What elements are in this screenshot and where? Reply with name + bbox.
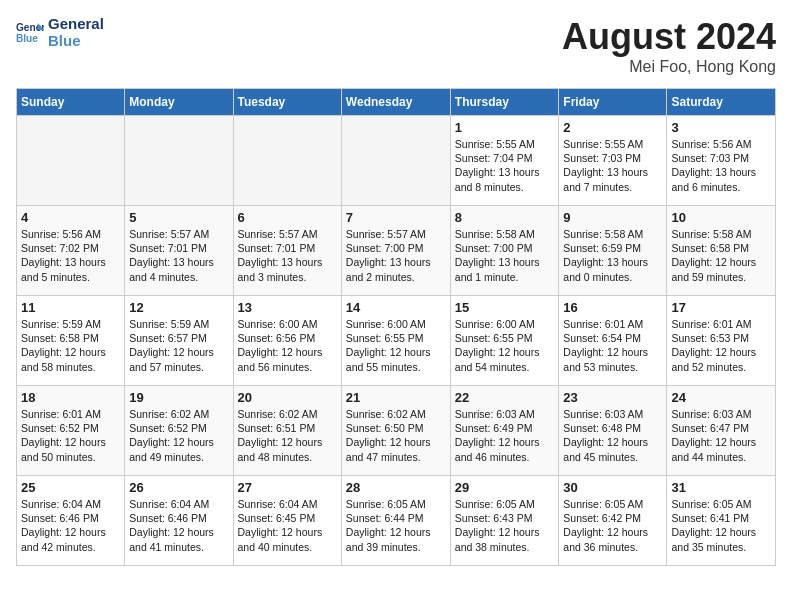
day-number: 26 xyxy=(129,480,228,495)
calendar-cell xyxy=(233,116,341,206)
logo-line2: Blue xyxy=(48,33,104,50)
calendar-cell: 28Sunrise: 6:05 AM Sunset: 6:44 PM Dayli… xyxy=(341,476,450,566)
day-info: Sunrise: 6:03 AM Sunset: 6:48 PM Dayligh… xyxy=(563,407,662,464)
calendar-cell: 12Sunrise: 5:59 AM Sunset: 6:57 PM Dayli… xyxy=(125,296,233,386)
calendar-cell: 6Sunrise: 5:57 AM Sunset: 7:01 PM Daylig… xyxy=(233,206,341,296)
day-info: Sunrise: 6:00 AM Sunset: 6:56 PM Dayligh… xyxy=(238,317,337,374)
header-thursday: Thursday xyxy=(450,89,559,116)
calendar-cell xyxy=(17,116,125,206)
header-friday: Friday xyxy=(559,89,667,116)
day-number: 1 xyxy=(455,120,555,135)
header-saturday: Saturday xyxy=(667,89,776,116)
calendar-cell: 26Sunrise: 6:04 AM Sunset: 6:46 PM Dayli… xyxy=(125,476,233,566)
calendar-cell: 16Sunrise: 6:01 AM Sunset: 6:54 PM Dayli… xyxy=(559,296,667,386)
day-number: 15 xyxy=(455,300,555,315)
week-row-2: 4Sunrise: 5:56 AM Sunset: 7:02 PM Daylig… xyxy=(17,206,776,296)
day-number: 4 xyxy=(21,210,120,225)
day-number: 29 xyxy=(455,480,555,495)
calendar-cell: 11Sunrise: 5:59 AM Sunset: 6:58 PM Dayli… xyxy=(17,296,125,386)
day-number: 19 xyxy=(129,390,228,405)
day-info: Sunrise: 5:55 AM Sunset: 7:03 PM Dayligh… xyxy=(563,137,662,194)
day-number: 16 xyxy=(563,300,662,315)
day-number: 12 xyxy=(129,300,228,315)
day-info: Sunrise: 6:05 AM Sunset: 6:43 PM Dayligh… xyxy=(455,497,555,554)
day-number: 23 xyxy=(563,390,662,405)
day-info: Sunrise: 6:01 AM Sunset: 6:52 PM Dayligh… xyxy=(21,407,120,464)
day-number: 10 xyxy=(671,210,771,225)
calendar-cell: 15Sunrise: 6:00 AM Sunset: 6:55 PM Dayli… xyxy=(450,296,559,386)
logo-icon: General Blue xyxy=(16,19,44,47)
header: General Blue General Blue August 2024 Me… xyxy=(16,16,776,76)
calendar-cell: 30Sunrise: 6:05 AM Sunset: 6:42 PM Dayli… xyxy=(559,476,667,566)
day-info: Sunrise: 6:05 AM Sunset: 6:41 PM Dayligh… xyxy=(671,497,771,554)
calendar-cell: 27Sunrise: 6:04 AM Sunset: 6:45 PM Dayli… xyxy=(233,476,341,566)
day-info: Sunrise: 5:57 AM Sunset: 7:01 PM Dayligh… xyxy=(238,227,337,284)
calendar-cell: 20Sunrise: 6:02 AM Sunset: 6:51 PM Dayli… xyxy=(233,386,341,476)
header-monday: Monday xyxy=(125,89,233,116)
day-info: Sunrise: 6:01 AM Sunset: 6:53 PM Dayligh… xyxy=(671,317,771,374)
day-number: 2 xyxy=(563,120,662,135)
day-info: Sunrise: 5:59 AM Sunset: 6:58 PM Dayligh… xyxy=(21,317,120,374)
day-number: 25 xyxy=(21,480,120,495)
calendar-cell: 14Sunrise: 6:00 AM Sunset: 6:55 PM Dayli… xyxy=(341,296,450,386)
calendar-cell: 22Sunrise: 6:03 AM Sunset: 6:49 PM Dayli… xyxy=(450,386,559,476)
calendar-header-row: SundayMondayTuesdayWednesdayThursdayFrid… xyxy=(17,89,776,116)
calendar-cell: 21Sunrise: 6:02 AM Sunset: 6:50 PM Dayli… xyxy=(341,386,450,476)
logo: General Blue General Blue xyxy=(16,16,104,49)
day-number: 18 xyxy=(21,390,120,405)
day-info: Sunrise: 5:57 AM Sunset: 7:00 PM Dayligh… xyxy=(346,227,446,284)
calendar-cell: 1Sunrise: 5:55 AM Sunset: 7:04 PM Daylig… xyxy=(450,116,559,206)
header-sunday: Sunday xyxy=(17,89,125,116)
day-number: 31 xyxy=(671,480,771,495)
day-info: Sunrise: 5:57 AM Sunset: 7:01 PM Dayligh… xyxy=(129,227,228,284)
day-number: 7 xyxy=(346,210,446,225)
header-tuesday: Tuesday xyxy=(233,89,341,116)
day-info: Sunrise: 6:01 AM Sunset: 6:54 PM Dayligh… xyxy=(563,317,662,374)
day-info: Sunrise: 5:56 AM Sunset: 7:03 PM Dayligh… xyxy=(671,137,771,194)
day-number: 27 xyxy=(238,480,337,495)
day-info: Sunrise: 5:58 AM Sunset: 7:00 PM Dayligh… xyxy=(455,227,555,284)
calendar-cell: 31Sunrise: 6:05 AM Sunset: 6:41 PM Dayli… xyxy=(667,476,776,566)
day-info: Sunrise: 6:05 AM Sunset: 6:42 PM Dayligh… xyxy=(563,497,662,554)
day-number: 5 xyxy=(129,210,228,225)
calendar-cell: 25Sunrise: 6:04 AM Sunset: 6:46 PM Dayli… xyxy=(17,476,125,566)
calendar-cell: 5Sunrise: 5:57 AM Sunset: 7:01 PM Daylig… xyxy=(125,206,233,296)
calendar-cell: 29Sunrise: 6:05 AM Sunset: 6:43 PM Dayli… xyxy=(450,476,559,566)
day-info: Sunrise: 6:00 AM Sunset: 6:55 PM Dayligh… xyxy=(455,317,555,374)
week-row-3: 11Sunrise: 5:59 AM Sunset: 6:58 PM Dayli… xyxy=(17,296,776,386)
day-info: Sunrise: 6:04 AM Sunset: 6:46 PM Dayligh… xyxy=(21,497,120,554)
header-wednesday: Wednesday xyxy=(341,89,450,116)
day-info: Sunrise: 5:58 AM Sunset: 6:58 PM Dayligh… xyxy=(671,227,771,284)
calendar-cell: 24Sunrise: 6:03 AM Sunset: 6:47 PM Dayli… xyxy=(667,386,776,476)
day-info: Sunrise: 6:03 AM Sunset: 6:49 PM Dayligh… xyxy=(455,407,555,464)
calendar-cell: 7Sunrise: 5:57 AM Sunset: 7:00 PM Daylig… xyxy=(341,206,450,296)
day-number: 14 xyxy=(346,300,446,315)
day-number: 3 xyxy=(671,120,771,135)
calendar-cell: 18Sunrise: 6:01 AM Sunset: 6:52 PM Dayli… xyxy=(17,386,125,476)
calendar-cell: 23Sunrise: 6:03 AM Sunset: 6:48 PM Dayli… xyxy=(559,386,667,476)
calendar-table: SundayMondayTuesdayWednesdayThursdayFrid… xyxy=(16,88,776,566)
day-info: Sunrise: 5:56 AM Sunset: 7:02 PM Dayligh… xyxy=(21,227,120,284)
day-info: Sunrise: 5:55 AM Sunset: 7:04 PM Dayligh… xyxy=(455,137,555,194)
page-title: August 2024 xyxy=(562,16,776,58)
calendar-cell xyxy=(341,116,450,206)
week-row-1: 1Sunrise: 5:55 AM Sunset: 7:04 PM Daylig… xyxy=(17,116,776,206)
day-number: 24 xyxy=(671,390,771,405)
day-number: 21 xyxy=(346,390,446,405)
logo-line1: General xyxy=(48,16,104,33)
calendar-cell: 8Sunrise: 5:58 AM Sunset: 7:00 PM Daylig… xyxy=(450,206,559,296)
title-area: August 2024 Mei Foo, Hong Kong xyxy=(562,16,776,76)
calendar-cell: 3Sunrise: 5:56 AM Sunset: 7:03 PM Daylig… xyxy=(667,116,776,206)
svg-text:Blue: Blue xyxy=(16,33,38,44)
day-number: 20 xyxy=(238,390,337,405)
day-info: Sunrise: 6:04 AM Sunset: 6:45 PM Dayligh… xyxy=(238,497,337,554)
day-info: Sunrise: 6:05 AM Sunset: 6:44 PM Dayligh… xyxy=(346,497,446,554)
calendar-cell: 10Sunrise: 5:58 AM Sunset: 6:58 PM Dayli… xyxy=(667,206,776,296)
day-info: Sunrise: 6:02 AM Sunset: 6:52 PM Dayligh… xyxy=(129,407,228,464)
calendar-cell: 13Sunrise: 6:00 AM Sunset: 6:56 PM Dayli… xyxy=(233,296,341,386)
day-info: Sunrise: 6:02 AM Sunset: 6:51 PM Dayligh… xyxy=(238,407,337,464)
calendar-cell xyxy=(125,116,233,206)
calendar-cell: 2Sunrise: 5:55 AM Sunset: 7:03 PM Daylig… xyxy=(559,116,667,206)
day-number: 30 xyxy=(563,480,662,495)
day-info: Sunrise: 6:03 AM Sunset: 6:47 PM Dayligh… xyxy=(671,407,771,464)
